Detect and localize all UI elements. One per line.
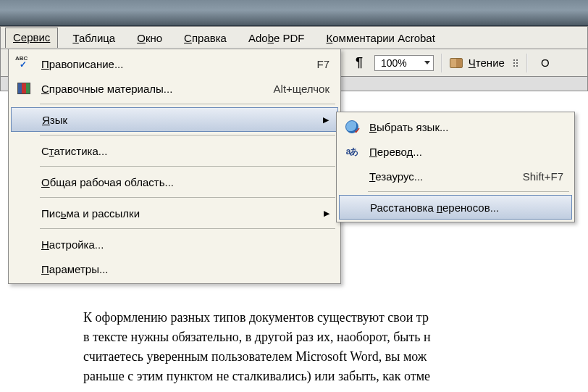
menu-item-options[interactable]: Параметры... — [11, 257, 338, 281]
globe-icon — [345, 120, 358, 133]
menu-item-customize[interactable]: Настройка... — [11, 232, 338, 257]
shortcut: Shift+F7 — [523, 170, 572, 183]
language-submenu: Выбрать язык... aあ Перевод... Тезаурус..… — [336, 112, 575, 222]
books-icon — [17, 83, 30, 94]
submenu-item-translate[interactable]: aあ Перевод... — [339, 139, 572, 164]
zoom-value: 100% — [381, 57, 407, 69]
menu-window[interactable]: Окно — [130, 29, 169, 47]
translate-icon: aあ — [346, 146, 358, 158]
menu-acrobat-comments[interactable]: Комментарии Acrobat — [319, 29, 442, 47]
submenu-arrow-icon: ▶ — [323, 115, 337, 125]
pilcrow-button[interactable]: ¶ — [351, 54, 367, 72]
service-menu: Правописание... F7 Справочные материалы.… — [8, 49, 341, 284]
toolbar-divider — [441, 54, 442, 72]
menu-bar: Сервис Таблица Окно Справка Adobe PDF Ко… — [0, 26, 588, 49]
menu-item-statistics[interactable]: Статистика... — [11, 138, 338, 163]
menu-separator — [40, 135, 335, 135]
menu-item-language[interactable]: Язык ▶ — [11, 107, 338, 132]
menu-item-shared-workspace[interactable]: Общая рабочая область... — [11, 170, 338, 194]
menu-separator — [40, 104, 335, 104]
spellcheck-icon — [17, 58, 31, 70]
submenu-item-hyphenation[interactable]: Расстановка переносов... — [339, 195, 572, 220]
book-icon — [450, 58, 463, 68]
menu-service[interactable]: Сервис — [5, 28, 58, 48]
menu-help[interactable]: Справка — [177, 29, 234, 47]
doc-line: считаетесь уверенным пользователем Micro… — [83, 347, 588, 367]
menu-separator — [40, 166, 335, 167]
menu-separator — [368, 191, 569, 192]
document-body[interactable]: К оформлению разных типов документов сущ… — [83, 308, 588, 386]
toolbar-grip[interactable] — [512, 57, 519, 70]
menu-adobe-pdf[interactable]: Adobe PDF — [241, 29, 312, 47]
toolbar-divider-2 — [526, 54, 528, 72]
submenu-item-thesaurus[interactable]: Тезаурус... Shift+F7 — [339, 164, 572, 188]
dropdown-arrow-icon — [424, 61, 430, 64]
shortcut: F7 — [316, 58, 338, 70]
toolbar-truncated: О — [535, 57, 550, 69]
submenu-item-choose-language[interactable]: Выбрать язык... — [339, 114, 572, 139]
read-mode-button[interactable]: Чтение — [450, 57, 505, 69]
menu-separator — [40, 228, 335, 229]
doc-line: в тексте нужны обязательно, в другой раз… — [83, 328, 588, 347]
doc-line: К оформлению разных типов документов сущ… — [83, 308, 588, 328]
shortcut: Alt+щелчок — [274, 83, 338, 95]
menu-item-research[interactable]: Справочные материалы... Alt+щелчок — [11, 76, 338, 101]
menu-item-mailings[interactable]: Письма и рассылки ▶ — [11, 201, 338, 225]
doc-line: раньше с этим пунктом не сталкивались) и… — [83, 367, 588, 386]
menu-separator — [40, 197, 335, 198]
zoom-combo[interactable]: 100% — [374, 55, 434, 71]
window-title-bar — [0, 0, 588, 26]
menu-item-spelling[interactable]: Правописание... F7 — [11, 51, 338, 76]
menu-table[interactable]: Таблица — [65, 29, 122, 47]
